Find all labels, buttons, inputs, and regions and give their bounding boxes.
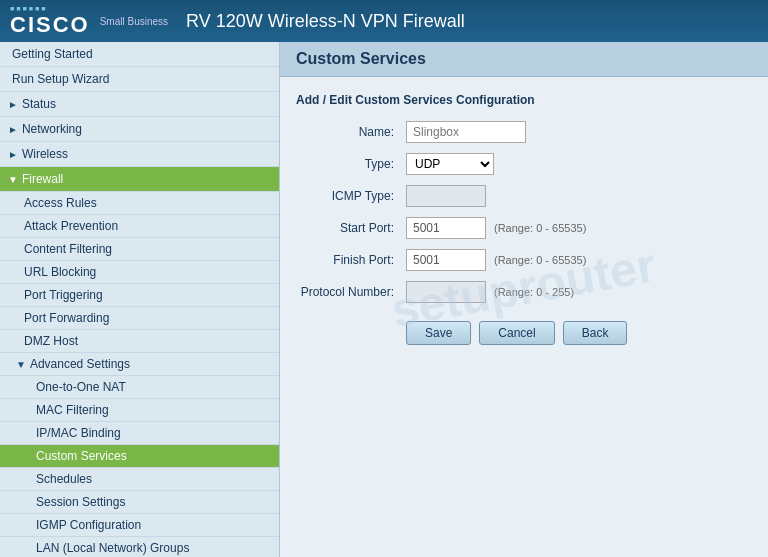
header: ■■■■■■ cisco Small Business RV 120W Wire… — [0, 0, 768, 42]
sidebar-item-custom-services[interactable]: Custom Services — [0, 445, 279, 468]
name-label: Name: — [296, 125, 406, 139]
sidebar-item-run-setup-wizard[interactable]: Run Setup Wizard — [0, 67, 279, 92]
cisco-logo: cisco — [10, 12, 90, 37]
sidebar-item-session-settings[interactable]: Session Settings — [0, 491, 279, 514]
cisco-logo-block: ■■■■■■ cisco — [10, 5, 90, 38]
sidebar-item-port-triggering[interactable]: Port Triggering — [0, 284, 279, 307]
content-title: Custom Services — [280, 42, 768, 77]
sidebar-item-advanced-settings[interactable]: ▼ Advanced Settings — [0, 353, 279, 376]
sidebar-item-mac-filtering[interactable]: MAC Filtering — [0, 399, 279, 422]
networking-arrow-icon: ► — [8, 124, 18, 135]
type-label: Type: — [296, 157, 406, 171]
sidebar-item-getting-started[interactable]: Getting Started — [0, 42, 279, 67]
type-row: Type: UDP TCP ICMP GRE ESP AH TCP&UDP Ot… — [296, 153, 752, 175]
finish-port-row: Finish Port: (Range: 0 - 65535) — [296, 249, 752, 271]
sidebar-advanced-label: Advanced Settings — [30, 357, 130, 371]
status-arrow-icon: ► — [8, 99, 18, 110]
firewall-arrow-icon: ▼ — [8, 174, 18, 185]
sidebar-item-schedules[interactable]: Schedules — [0, 468, 279, 491]
content-area: Custom Services Add / Edit Custom Servic… — [280, 42, 768, 557]
form-buttons: Save Cancel Back — [406, 321, 752, 345]
sidebar-item-igmp-configuration[interactable]: IGMP Configuration — [0, 514, 279, 537]
finish-port-hint: (Range: 0 - 65535) — [494, 254, 586, 266]
start-port-label: Start Port: — [296, 221, 406, 235]
sidebar-item-attack-prevention[interactable]: Attack Prevention — [0, 215, 279, 238]
sidebar-item-port-forwarding[interactable]: Port Forwarding — [0, 307, 279, 330]
product-name: RV 120W Wireless-N VPN Firewall — [186, 11, 465, 32]
sidebar-item-dmz-host[interactable]: DMZ Host — [0, 330, 279, 353]
sidebar-item-status[interactable]: ► Status — [0, 92, 279, 117]
brand-text: Small Business — [100, 16, 168, 27]
sidebar-item-wireless[interactable]: ► Wireless — [0, 142, 279, 167]
sidebar-firewall-label: Firewall — [22, 172, 63, 186]
sidebar-item-content-filtering[interactable]: Content Filtering — [0, 238, 279, 261]
type-select[interactable]: UDP TCP ICMP GRE ESP AH TCP&UDP Other — [406, 153, 494, 175]
protocol-label: Protocol Number: — [296, 285, 406, 299]
cancel-button[interactable]: Cancel — [479, 321, 554, 345]
logo-area: ■■■■■■ cisco Small Business RV 120W Wire… — [10, 5, 465, 38]
sidebar-networking-label: Networking — [22, 122, 82, 136]
sidebar-item-lan-groups[interactable]: LAN (Local Network) Groups — [0, 537, 279, 557]
protocol-row: Protocol Number: (Range: 0 - 255) — [296, 281, 752, 303]
cisco-dots-icon: ■■■■■■ — [10, 5, 90, 12]
wireless-arrow-icon: ► — [8, 149, 18, 160]
back-button[interactable]: Back — [563, 321, 628, 345]
finish-port-label: Finish Port: — [296, 253, 406, 267]
name-row: Name: — [296, 121, 752, 143]
protocol-hint: (Range: 0 - 255) — [494, 286, 574, 298]
protocol-input[interactable] — [406, 281, 486, 303]
icmp-input[interactable] — [406, 185, 486, 207]
sidebar-item-access-rules[interactable]: Access Rules — [0, 192, 279, 215]
sidebar-item-ip-mac-binding[interactable]: IP/MAC Binding — [0, 422, 279, 445]
name-input[interactable] — [406, 121, 526, 143]
sidebar-status-label: Status — [22, 97, 56, 111]
sidebar: Getting Started Run Setup Wizard ► Statu… — [0, 42, 280, 557]
start-port-hint: (Range: 0 - 65535) — [494, 222, 586, 234]
sidebar-item-url-blocking[interactable]: URL Blocking — [0, 261, 279, 284]
form-section-title: Add / Edit Custom Services Configuration — [296, 93, 752, 107]
sidebar-item-networking[interactable]: ► Networking — [0, 117, 279, 142]
sidebar-item-one-to-one-nat[interactable]: One-to-One NAT — [0, 376, 279, 399]
finish-port-input[interactable] — [406, 249, 486, 271]
start-port-row: Start Port: (Range: 0 - 65535) — [296, 217, 752, 239]
sidebar-item-firewall[interactable]: ▼ Firewall — [0, 167, 279, 192]
save-button[interactable]: Save — [406, 321, 471, 345]
icmp-row: ICMP Type: — [296, 185, 752, 207]
small-business-label: Small Business — [100, 16, 168, 27]
start-port-input[interactable] — [406, 217, 486, 239]
icmp-label: ICMP Type: — [296, 189, 406, 203]
advanced-arrow-icon: ▼ — [16, 359, 26, 370]
content-body: Add / Edit Custom Services Configuration… — [280, 77, 768, 361]
main-layout: Getting Started Run Setup Wizard ► Statu… — [0, 42, 768, 557]
sidebar-wireless-label: Wireless — [22, 147, 68, 161]
